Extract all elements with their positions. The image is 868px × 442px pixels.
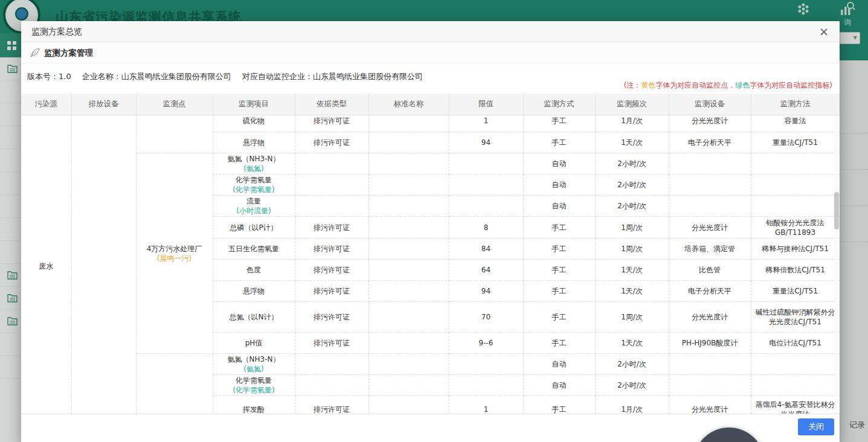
color-legend-note: (注：黄色字体为对应自动监控点，绿色字体为对应自动监控指标): [624, 80, 832, 91]
cell-basis-type: [295, 153, 368, 175]
cell-limit: 1: [449, 115, 523, 132]
cell-monitor-item: pH值: [213, 333, 295, 354]
plan-info-row: 版本号：1.0 企业名称：山东晨鸣纸业集团股份有限公司 对应自动监控企业：山东晨…: [21, 63, 840, 94]
cell-monitor-item: 总氮（以N计）: [213, 302, 295, 333]
table-body: 废水硫化物排污许可证1手工1月/次分光光度计容量法悬浮物排污许可证94手工1天/…: [21, 115, 840, 414]
cell-monitor-device: [669, 354, 751, 375]
cell-monitor-item: 氨氮（NH3-N）(氨氮): [213, 153, 295, 175]
section-header: 监测方案管理: [21, 42, 840, 63]
close-icon[interactable]: ×: [817, 24, 831, 39]
cell-standard-name: [368, 354, 449, 375]
cell-monitor-method: 钼酸铵分光光度法GB/T11893: [751, 217, 840, 239]
cell-monitor-mode: 手工: [523, 396, 595, 414]
cell-standard-name: [368, 217, 449, 239]
cell-monitor-mode: 手工: [523, 302, 595, 333]
cell-basis-type: 排污许可证: [295, 260, 368, 281]
cell-monitor-item: 氨氮（NH3-N）(氨氮): [213, 354, 295, 375]
cell-monitor-device: 电子分析天平: [669, 281, 751, 302]
cell-monitor-item: 悬浮物: [213, 132, 295, 153]
cell-monitor-mode: 自动: [523, 375, 595, 396]
table-scroll-area[interactable]: 废水硫化物排污许可证1手工1月/次分光光度计容量法悬浮物排污许可证94手工1天/…: [21, 115, 840, 414]
cell-monitor-freq: 2小时/次: [595, 153, 669, 175]
cell-monitor-item: 硫化物: [213, 115, 295, 132]
auto-company-value: 山东晨鸣纸业集团股份有限公司: [313, 72, 423, 81]
cell-limit: [449, 175, 523, 196]
cell-monitor-mode: 自动: [523, 175, 595, 196]
cell-monitor-method: 稀释与接种法CJ/T51: [751, 239, 840, 260]
cell-monitor-device: 分光光度计: [669, 396, 751, 414]
cell-emission-device: [71, 115, 136, 414]
cell-monitor-mode: 手工: [523, 333, 595, 354]
column-header: 监测项目: [213, 94, 295, 115]
cell-limit: [449, 153, 523, 175]
cell-standard-name: [368, 153, 449, 175]
cell-monitor-freq: 1月/次: [595, 115, 669, 132]
cell-monitor-freq: 1天/次: [595, 281, 669, 302]
cell-monitor-method: 蒸馏后4-氨基安替比林分光光度法: [751, 396, 840, 414]
cell-monitor-freq: 1周/次: [595, 217, 669, 239]
cell-monitor-device: 比色管: [669, 260, 751, 281]
cell-limit: 8: [449, 217, 523, 239]
cell-standard-name: [368, 396, 449, 414]
cell-monitor-freq: 1周/次: [595, 302, 669, 333]
cell-basis-type: 排污许可证: [295, 239, 368, 260]
cell-standard-name: [368, 175, 449, 196]
cell-basis-type: [295, 354, 368, 375]
cell-monitor-device: [669, 375, 751, 396]
column-header: 监测方式: [523, 94, 595, 115]
cell-monitor-item: 总磷（以P计）: [213, 217, 295, 239]
yellow-legend: 黄色: [641, 81, 655, 89]
column-header: 排放设备: [71, 94, 136, 115]
cell-monitor-freq: 1天/次: [595, 132, 669, 153]
cell-monitor-freq: 1天/次: [595, 260, 669, 281]
cell-monitor-item: 五日生化需氧量: [213, 239, 295, 260]
column-header: 限值: [449, 94, 523, 115]
cell-monitor-item: 流量(小时流量): [213, 196, 295, 217]
cell-standard-name: [368, 281, 449, 302]
column-header: 监测方法: [751, 94, 840, 115]
cell-basis-type: 排污许可证: [295, 281, 368, 302]
cell-monitor-device: 分光光度计: [669, 115, 751, 132]
cell-monitor-freq: 2小时/次: [595, 375, 669, 396]
cell-monitor-method: [751, 354, 840, 375]
cell-standard-name: [368, 115, 449, 132]
cell-monitor-freq: 1月/次: [595, 396, 669, 414]
cell-basis-type: 排污许可证: [295, 132, 368, 153]
column-header: 依据类型: [295, 94, 368, 115]
scrollbar-thumb[interactable]: [834, 192, 839, 229]
cell-standard-name: [368, 196, 449, 217]
cell-monitor-point: 4万方污水处理厂(晨鸣一污): [136, 153, 213, 354]
cell-standard-name: [368, 239, 449, 260]
table-scrollbar[interactable]: [834, 115, 839, 414]
close-button[interactable]: 关闭: [798, 418, 834, 435]
cell-basis-type: 排污许可证: [295, 217, 368, 239]
table-header: 污染源排放设备监测点监测项目依据类型标准名称限值监测方式监测频次监测设备监测方法: [21, 94, 840, 115]
cell-basis-type: 排污许可证: [295, 396, 368, 414]
cell-monitor-mode: 手工: [523, 239, 595, 260]
cell-limit: 94: [449, 281, 523, 302]
cell-basis-type: [295, 375, 368, 396]
table-row: 4万方污水处理厂(晨鸣一污)氨氮（NH3-N）(氨氮)自动2小时/次: [21, 153, 840, 175]
cell-monitor-device: 培养箱、滴定管: [669, 239, 751, 260]
cell-monitor-mode: 手工: [523, 132, 595, 153]
plan-info: 版本号：1.0 企业名称：山东晨鸣纸业集团股份有限公司 对应自动监控企业：山东晨…: [27, 71, 423, 82]
cell-monitor-item: 挥发酚: [213, 396, 295, 414]
pen-icon: [30, 47, 40, 58]
cell-limit: 9--6: [449, 333, 523, 354]
cell-monitor-item: 化学需氧量(化学需氧量): [213, 375, 295, 396]
cell-monitor-mode: 自动: [523, 196, 595, 217]
cell-basis-type: [295, 175, 368, 196]
cell-limit: 70: [449, 302, 523, 333]
auto-company-label: 对应自动监控企业：: [242, 72, 313, 81]
cell-monitor-item: 悬浮物: [213, 281, 295, 302]
monitoring-plan-modal: 监测方案总览 × 监测方案管理 版本号：1.0 企业名称：山东晨鸣纸业集团股份有…: [21, 21, 840, 442]
cell-monitor-device: 分光光度计: [669, 302, 751, 333]
table-row: 废水硫化物排污许可证1手工1月/次分光光度计容量法: [21, 115, 840, 132]
cell-limit: 1: [449, 396, 523, 414]
cell-standard-name: [368, 260, 449, 281]
cell-standard-name: [368, 375, 449, 396]
cell-monitor-device: [669, 175, 751, 196]
cell-monitor-freq: 2小时/次: [595, 175, 669, 196]
column-header: 监测设备: [669, 94, 751, 115]
cell-monitor-point: [136, 354, 213, 414]
